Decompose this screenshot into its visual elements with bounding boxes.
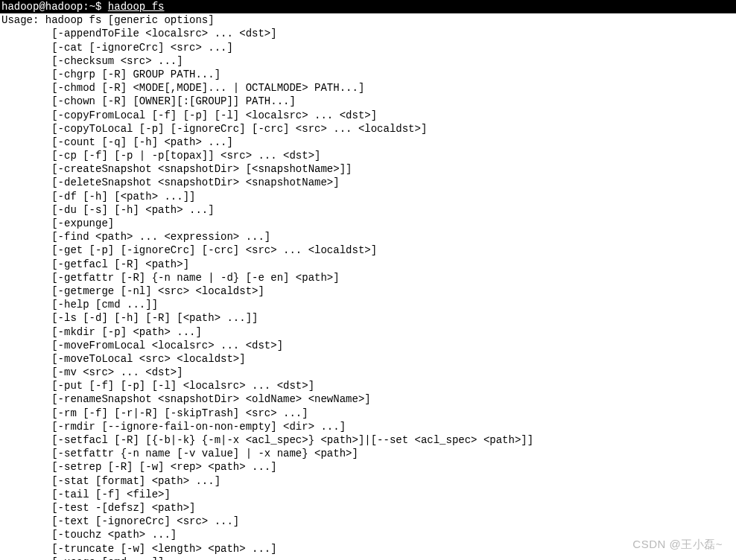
option-line: [-copyFromLocal [-f] [-p] [-l] <localsrc… — [0, 109, 736, 122]
option-line: [-chgrp [-R] GROUP PATH...] — [0, 68, 736, 81]
option-line: [-put [-f] [-p] [-l] <localsrc> ... <dst… — [0, 379, 736, 392]
prompt-symbol: $ — [95, 1, 101, 13]
option-line: [-rmdir [--ignore-fail-on-non-empty] <di… — [0, 420, 736, 433]
option-line: [-get [-p] [-ignoreCrc] [-crc] <src> ...… — [0, 244, 736, 257]
option-line: [-getfattr [-R] {-n name | -d} [-e en] <… — [0, 271, 736, 284]
option-line: [-moveFromLocal <localsrc> ... <dst>] — [0, 339, 736, 352]
option-line: [-find <path> ... <expression> ...] — [0, 230, 736, 244]
option-line: [-rm [-f] [-r|-R] [-skipTrash] <src> ...… — [0, 407, 736, 420]
option-line: [-mkdir [-p] <path> ...] — [0, 325, 736, 339]
option-line: [-text [-ignoreCrc] <src> ...] — [0, 515, 736, 528]
option-line: [-appendToFile <localsrc> ... <dst>] — [0, 27, 736, 40]
command-text: hadoop fs — [108, 1, 165, 13]
option-line: [-cp [-f] [-p | -p[topax]] <src> ... <ds… — [0, 149, 736, 162]
option-line: [-renameSnapshot <snapshotDir> <oldName>… — [0, 392, 736, 406]
option-line: [-mv <src> ... <dst>] — [0, 366, 736, 379]
option-line: [-moveToLocal <src> <localdst>] — [0, 352, 736, 366]
option-line: [-stat [format] <path> ...] — [0, 474, 736, 488]
prompt-path: ~ — [89, 1, 95, 13]
option-line: [-test -[defsz] <path>] — [0, 501, 736, 515]
option-line: [-createSnapshot <snapshotDir> [<snapsho… — [0, 162, 736, 176]
option-line: [-chown [-R] [OWNER][:[GROUP]] PATH...] — [0, 95, 736, 108]
terminal-prompt-line[interactable]: hadoop@hadoop:~$ hadoop fs — [0, 0, 736, 13]
option-line: [-df [-h] [<path> ...]] — [0, 190, 736, 203]
option-line: [-tail [-f] <file>] — [0, 488, 736, 501]
option-line: [-count [-q] [-h] <path> ...] — [0, 136, 736, 149]
option-line: [-copyToLocal [-p] [-ignoreCrc] [-crc] <… — [0, 122, 736, 136]
options-list: [-appendToFile <localsrc> ... <dst>] [-c… — [0, 27, 736, 560]
option-line: [-usage [cmd ...]] — [0, 556, 736, 560]
option-line: [-checksum <src> ...] — [0, 54, 736, 68]
option-line: [-truncate [-w] <length> <path> ...] — [0, 542, 736, 556]
option-line: [-help [cmd ...]] — [0, 298, 736, 311]
option-line: [-cat [-ignoreCrc] <src> ...] — [0, 41, 736, 54]
option-line: [-getmerge [-nl] <src> <localdst>] — [0, 284, 736, 298]
prompt-user-host: hadoop@hadoop — [1, 1, 83, 13]
option-line: [-chmod [-R] <MODE[,MODE]... | OCTALMODE… — [0, 81, 736, 95]
option-line: [-getfacl [-R] <path>] — [0, 258, 736, 271]
option-line: [-expunge] — [0, 217, 736, 230]
option-line: [-setfacl [-R] [{-b|-k} {-m|-x <acl_spec… — [0, 433, 736, 447]
option-line: [-setrep [-R] [-w] <rep> <path> ...] — [0, 460, 736, 474]
option-line: [-ls [-d] [-h] [-R] [<path> ...]] — [0, 311, 736, 325]
option-line: [-setfattr {-n name [-v value] | -x name… — [0, 447, 736, 460]
usage-line: Usage: hadoop fs [generic options] — [0, 13, 736, 27]
option-line: [-du [-s] [-h] <path> ...] — [0, 203, 736, 217]
option-line: [-touchz <path> ...] — [0, 528, 736, 541]
option-line: [-deleteSnapshot <snapshotDir> <snapshot… — [0, 176, 736, 189]
